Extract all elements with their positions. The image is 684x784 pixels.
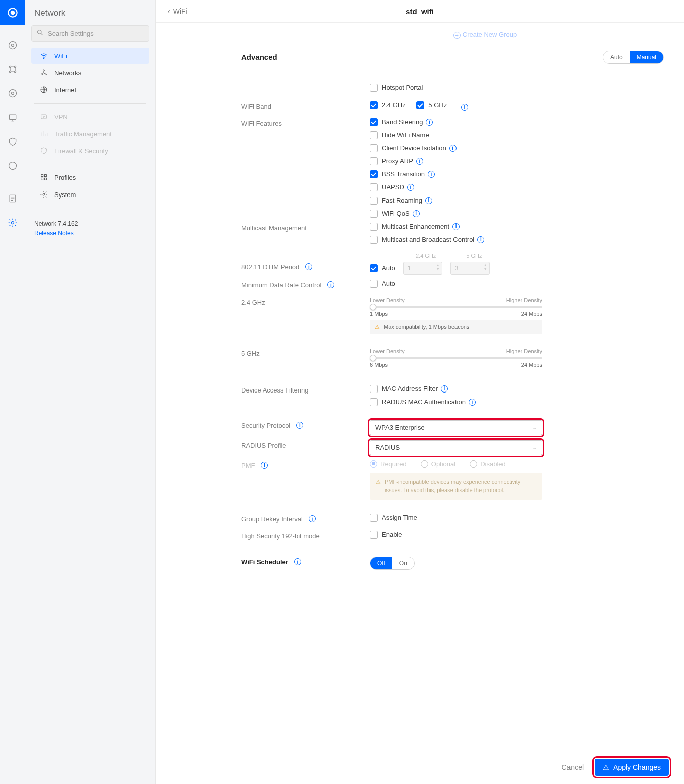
rail-icon-3[interactable]: [7, 87, 19, 100]
proxy-arp-checkbox[interactable]: Proxy ARP: [370, 157, 664, 165]
rail-icon-5[interactable]: [7, 136, 19, 148]
scheduler-toggle: Off On: [370, 557, 415, 570]
pmf-warning: ⚠PMF-incompatible devices may experience…: [370, 473, 542, 500]
info-icon[interactable]: [294, 558, 301, 565]
nav-label: Networks: [54, 69, 81, 77]
nav-profiles[interactable]: Profiles: [31, 169, 149, 185]
svg-rect-25: [44, 178, 46, 180]
rail-icon-logs[interactable]: [7, 192, 19, 205]
nav-label: Profiles: [54, 174, 76, 181]
info-icon[interactable]: [469, 399, 476, 406]
nav-footer: Network 7.4.162 Release Notes: [25, 213, 155, 244]
dtim-auto-checkbox[interactable]: Auto: [370, 264, 395, 272]
info-icon[interactable]: [261, 462, 268, 469]
dtim-24-head: 2.4 GHz: [416, 253, 436, 259]
svg-rect-10: [9, 115, 16, 119]
slider-5ghz[interactable]: Lower DensityHigher Density 6 Mbps24 Mbp…: [370, 348, 664, 368]
info-icon[interactable]: [428, 171, 435, 178]
fast-roaming-checkbox[interactable]: Fast Roaming: [370, 197, 664, 205]
mode-manual-button[interactable]: Manual: [630, 51, 663, 63]
min-rate-auto-checkbox[interactable]: Auto: [370, 280, 664, 288]
multicast-bc-checkbox[interactable]: Multicast and Broadcast Control: [370, 236, 664, 244]
rail-settings-icon[interactable]: [7, 217, 19, 229]
left-rail: [0, 0, 25, 784]
info-icon[interactable]: [416, 158, 423, 165]
nav-label: System: [54, 191, 76, 199]
warning-icon: ⚠: [603, 763, 609, 771]
wifi-qos-checkbox[interactable]: WiFi QoS: [370, 210, 664, 218]
hide-wifi-checkbox[interactable]: Hide WiFi Name: [370, 131, 664, 139]
svg-point-13: [11, 222, 14, 224]
info-icon[interactable]: [449, 145, 457, 152]
rail-icon-6[interactable]: [7, 160, 19, 172]
info-icon[interactable]: [425, 197, 432, 204]
wifi-band-label: WiFi Band: [241, 101, 370, 110]
svg-rect-23: [44, 175, 46, 177]
nav-system[interactable]: System: [31, 186, 149, 203]
info-icon[interactable]: [452, 223, 460, 230]
scheduler-label: WiFi Scheduler: [241, 557, 370, 566]
nav-wifi[interactable]: WiFi: [31, 48, 149, 64]
nav-firewall[interactable]: Firewall & Security: [31, 143, 149, 159]
rekey-assign-checkbox[interactable]: Assign Time: [370, 514, 664, 522]
svg-point-2: [9, 42, 16, 49]
uapsd-checkbox[interactable]: UAPSD: [370, 183, 664, 191]
nav-label: Internet: [54, 86, 76, 94]
daf-label: Device Access Filtering: [241, 385, 370, 394]
radius-mac-checkbox[interactable]: RADIUS MAC Authentication: [370, 398, 664, 406]
client-isolation-checkbox[interactable]: Client Device Isolation: [370, 144, 664, 152]
svg-point-15: [43, 58, 44, 58]
nav-vpn[interactable]: VPN: [31, 109, 149, 125]
info-icon[interactable]: [296, 422, 303, 429]
svg-point-16: [43, 70, 45, 71]
nav-networks[interactable]: Networks: [31, 65, 149, 81]
app-logo[interactable]: [0, 0, 25, 25]
mode-auto-button[interactable]: Auto: [603, 51, 630, 63]
rail-icon-2[interactable]: [7, 63, 19, 75]
info-icon[interactable]: [461, 104, 468, 111]
hotspot-portal-checkbox[interactable]: Hotspot Portal: [370, 84, 664, 92]
info-icon[interactable]: [426, 119, 433, 126]
rail-icon-4[interactable]: [7, 112, 19, 124]
band-5-checkbox[interactable]: 5 GHz: [416, 101, 447, 109]
info-icon[interactable]: [305, 263, 312, 270]
advanced-mode-toggle: Auto Manual: [603, 51, 664, 64]
multicast-enh-checkbox[interactable]: Multicast Enhancement: [370, 223, 664, 231]
nav-traffic[interactable]: Traffic Management: [31, 126, 149, 142]
pmf-optional-radio: Optional: [421, 460, 455, 468]
cancel-button[interactable]: Cancel: [561, 763, 584, 771]
dtim-5-head: 5 GHz: [466, 253, 482, 259]
chevron-down-icon: ⌄: [532, 424, 537, 431]
svg-rect-22: [41, 175, 43, 177]
info-icon[interactable]: [413, 210, 420, 217]
radius-profile-select[interactable]: RADIUS⌄: [370, 440, 542, 455]
pmf-required-radio: Required: [370, 460, 407, 468]
slider-24ghz[interactable]: Lower DensityHigher Density 1 Mbps24 Mbp…: [370, 297, 664, 317]
mac-filter-checkbox[interactable]: MAC Address Filter: [370, 385, 664, 393]
scheduler-on-button[interactable]: On: [392, 557, 414, 569]
nav-internet[interactable]: Internet: [31, 82, 149, 98]
apply-changes-button[interactable]: ⚠Apply Changes: [595, 759, 669, 776]
security-protocol-label: Security Protocol: [241, 420, 370, 429]
info-icon[interactable]: [327, 281, 334, 288]
band-24-checkbox[interactable]: 2.4 GHz: [370, 101, 406, 109]
band-steering-checkbox[interactable]: Band Steering: [370, 118, 664, 126]
svg-point-11: [9, 162, 16, 170]
create-new-group[interactable]: +Create New Group: [306, 28, 664, 43]
scheduler-off-button[interactable]: Off: [370, 557, 392, 569]
info-icon[interactable]: [441, 385, 448, 393]
highsec-enable-checkbox[interactable]: Enable: [370, 531, 664, 539]
back-button[interactable]: ‹WiFi: [168, 7, 187, 15]
svg-rect-20: [41, 115, 47, 119]
info-icon[interactable]: [477, 236, 484, 243]
info-icon[interactable]: [309, 515, 316, 522]
svg-point-26: [43, 193, 45, 195]
rail-icon-1[interactable]: [7, 39, 19, 51]
search-input[interactable]: [31, 25, 149, 42]
info-icon[interactable]: [407, 184, 414, 191]
security-protocol-select[interactable]: WPA3 Enterprise⌄: [370, 420, 542, 435]
release-notes-link[interactable]: Release Notes: [34, 230, 146, 237]
pmf-disabled-radio: Disabled: [470, 460, 506, 468]
app-title: Network: [25, 0, 155, 25]
bss-transition-checkbox[interactable]: BSS Transition: [370, 170, 664, 178]
